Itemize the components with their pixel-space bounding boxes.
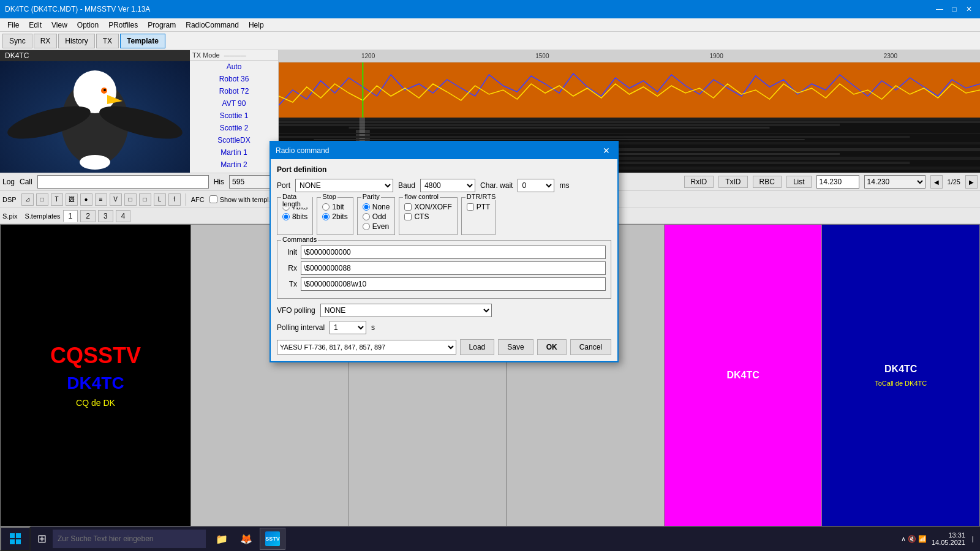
tx-robot36[interactable]: Robot 36 <box>190 73 278 85</box>
show-desktop-button[interactable]: | <box>970 528 975 550</box>
minimize-button[interactable]: — <box>933 3 946 15</box>
xon-xoff-checkbox[interactable] <box>404 203 412 211</box>
cts-checkbox[interactable] <box>404 213 412 220</box>
dsp-tool-v[interactable]: V <box>110 193 122 206</box>
port-select[interactable]: NONE COM1 COM2 COM3 COM4 <box>295 179 393 192</box>
2bits-radio[interactable] <box>322 213 330 220</box>
parity-even-radio[interactable] <box>363 223 370 230</box>
tx-scottie2[interactable]: Scottie 2 <box>190 122 278 134</box>
polling-interval-select[interactable]: 1 2 5 <box>330 321 366 334</box>
ptt-checkbox[interactable] <box>467 203 474 211</box>
list-button[interactable]: List <box>786 176 812 188</box>
svg-point-8 <box>80 155 110 170</box>
show-template-label: Show with templ... <box>220 196 274 203</box>
txid-button[interactable]: TxID <box>718 176 747 188</box>
tx-martin1[interactable]: Martin 1 <box>190 146 278 159</box>
dsp-tool-f[interactable]: f <box>168 193 181 206</box>
1bit-radio[interactable] <box>322 203 330 211</box>
dsp-tool-1[interactable]: ⊿ <box>21 193 34 206</box>
dsp-tool-2[interactable]: □ <box>36 193 48 206</box>
call-input[interactable] <box>37 175 209 189</box>
start-button[interactable] <box>0 527 31 551</box>
template-tab-1[interactable]: 1 <box>63 210 78 222</box>
radio-command-dialog[interactable]: Radio command ✕ Port definition Port NON… <box>270 141 619 362</box>
commands-label: Commands <box>281 236 318 243</box>
tx-button[interactable]: TX <box>96 34 119 48</box>
tx-scottiedx[interactable]: ScottieDX <box>190 134 278 146</box>
system-tray: ∧ 🔇 📶 <box>901 535 927 543</box>
maximize-button[interactable]: □ <box>948 3 960 15</box>
dsp-tool-l[interactable]: L <box>154 193 166 206</box>
port-label: Port <box>277 181 290 190</box>
template-tab-3[interactable]: 3 <box>98 210 113 222</box>
rxid-button[interactable]: RxID <box>684 176 714 188</box>
rx-button[interactable]: RX <box>34 34 58 48</box>
menu-option[interactable]: Option <box>72 20 104 31</box>
stop-group: Stop 1bit 2bits <box>317 197 353 235</box>
dialog-close-button[interactable]: ✕ <box>600 144 612 157</box>
spectrum-svg <box>279 62 980 118</box>
rx-input[interactable] <box>301 261 606 275</box>
tx-robot72[interactable]: Robot 72 <box>190 85 278 97</box>
menu-help[interactable]: Help <box>244 20 269 31</box>
init-input[interactable] <box>301 246 606 259</box>
ok-button[interactable]: OK <box>537 339 567 355</box>
file-explorer-button[interactable]: 📁 <box>211 528 233 550</box>
template-tab-4[interactable]: 4 <box>116 210 131 222</box>
dsp-tool-text[interactable]: T <box>51 193 63 206</box>
baud-label: Baud <box>398 181 415 190</box>
freq-scale: 1200 1500 1900 2300 <box>279 50 980 62</box>
sstv-app[interactable]: SSTV <box>260 528 285 550</box>
history-button[interactable]: History <box>58 34 94 48</box>
load-button[interactable]: Load <box>460 339 495 355</box>
window-title: DK4TC (DK4TC.MDT) - MMSSTV Ver 1.13A <box>5 5 150 13</box>
vfo-polling-select[interactable]: NONE <box>320 304 492 317</box>
rbc-button[interactable]: RBC <box>753 176 782 188</box>
template-button[interactable]: Template <box>120 34 165 48</box>
callsign-label: DK4TC <box>5 51 29 60</box>
close-button[interactable]: ✕ <box>963 3 975 15</box>
template-tab-2[interactable]: 2 <box>80 210 96 222</box>
menu-program[interactable]: Program <box>143 20 181 31</box>
page-next-button[interactable]: ▶ <box>965 175 978 189</box>
dsp-tool-sq2[interactable]: □ <box>139 193 151 206</box>
preset-select[interactable]: YAESU FT-736, 817, 847, 857, 897 ICOM IC… <box>277 340 456 354</box>
tx-input[interactable] <box>301 277 606 291</box>
dsp-tool-img[interactable]: 🖼 <box>66 193 78 206</box>
tx-avt90[interactable]: AVT 90 <box>190 97 278 110</box>
baud-select[interactable]: 4800 9600 19200 38400 <box>420 179 475 192</box>
menu-view[interactable]: View <box>47 20 72 31</box>
save-button[interactable]: Save <box>498 339 533 355</box>
dsp-tool-sq1[interactable]: □ <box>124 193 137 206</box>
tx-martin2[interactable]: Martin 2 <box>190 159 278 171</box>
commands-section: Commands Init Rx Tx <box>277 240 611 299</box>
parity-none-radio[interactable] <box>363 203 370 211</box>
menu-edit[interactable]: Edit <box>24 20 47 31</box>
taskbar-search[interactable] <box>53 530 206 548</box>
tx-scottie1[interactable]: Scottie 1 <box>190 110 278 122</box>
freq-input[interactable] <box>816 175 859 189</box>
parity-odd-radio[interactable] <box>363 213 370 220</box>
sync-button[interactable]: Sync <box>2 34 32 48</box>
page-prev-button[interactable]: ◀ <box>930 175 943 189</box>
char-wait-select[interactable]: 0 1 5 10 <box>518 179 554 192</box>
menu-file[interactable]: File <box>2 20 24 31</box>
init-row: Init <box>282 246 606 259</box>
firefox-button[interactable]: 🦊 <box>235 528 257 550</box>
menu-radiocommand[interactable]: RadioCommand <box>181 20 244 31</box>
tx-auto[interactable]: Auto <box>190 61 278 73</box>
freq-dropdown[interactable]: 14.230 <box>864 175 925 189</box>
polling-interval-row: Polling interval 1 2 5 s <box>277 321 611 334</box>
dsp-tool-grid[interactable]: ≡ <box>95 193 107 206</box>
dsp-tool-circle[interactable]: ● <box>80 193 92 206</box>
cancel-button[interactable]: Cancel <box>570 339 611 355</box>
rx-label: Rx <box>282 264 297 272</box>
tx-row: Tx <box>282 277 606 291</box>
8bits-radio[interactable] <box>282 213 290 220</box>
show-with-template-checkbox[interactable] <box>209 195 217 203</box>
task-view-button[interactable]: ⊞ <box>31 528 53 550</box>
blue-callsign: DK4TC <box>884 364 917 375</box>
menu-profiles[interactable]: PRotfiles <box>104 20 143 31</box>
svg-text:CQ de: CQ de <box>6 172 35 173</box>
stop-label: Stop <box>321 193 337 200</box>
